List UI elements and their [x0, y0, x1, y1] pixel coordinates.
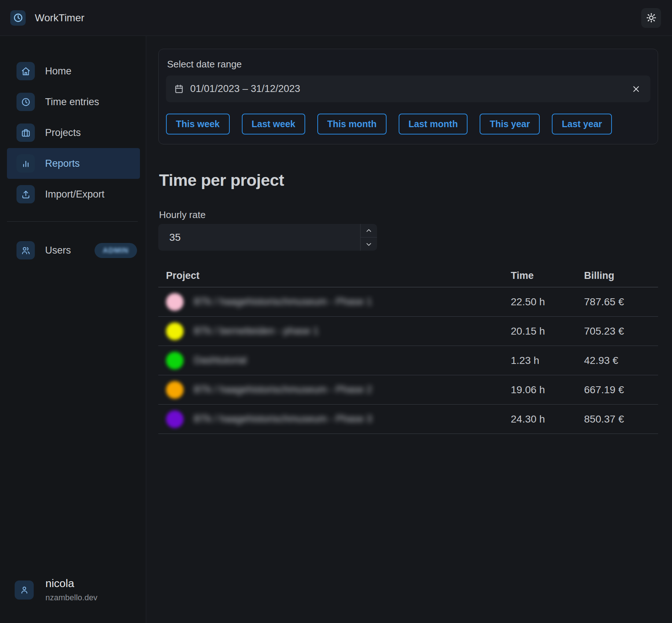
sidebar-item-reports[interactable]: Reports — [7, 148, 140, 179]
sidebar-divider — [7, 221, 138, 222]
app-title: WorkTimer — [35, 12, 84, 24]
sidebar-item-label: Projects — [45, 127, 81, 139]
this-year-button[interactable]: This year — [480, 114, 540, 134]
project-cell: BTk / haagehistorischmuseum - Phase 1 — [158, 293, 511, 311]
table-header-row: Project Time Billing — [158, 265, 658, 287]
bar-chart-icon — [21, 159, 31, 169]
stepper-decrement-button[interactable] — [361, 237, 377, 251]
this-month-button[interactable]: This month — [317, 114, 387, 134]
profile-text: nicola nzambello.dev — [45, 577, 97, 602]
project-cell: BTk / bernetteiden - phase 1 — [158, 322, 511, 340]
profile-username: nicola — [45, 577, 97, 590]
quick-range-buttons: This week Last week This month Last mont… — [166, 114, 650, 134]
home-icon — [21, 66, 31, 76]
user-profile[interactable]: nicola nzambello.dev — [15, 577, 97, 602]
billing-cell: 705.23 € — [584, 325, 658, 337]
date-range-label: Select date range — [167, 59, 650, 70]
time-cell: 19.06 h — [511, 384, 584, 396]
column-header-time: Time — [511, 270, 584, 281]
admin-badge: ADMIN — [95, 243, 137, 258]
profile-domain: nzambello.dev — [45, 593, 97, 602]
project-color-dot — [166, 293, 184, 311]
project-cell: BTk / haagehistorischmuseum - Phase 3 — [158, 410, 511, 428]
hourly-rate-input[interactable]: 35 — [158, 224, 377, 251]
project-cell: BTk / haagehistorischmuseum - Phase 2 — [158, 381, 511, 399]
project-cell: Dashtutorial — [158, 352, 511, 369]
main-content: Select date range 01/01/2023 – 31/12/202… — [146, 36, 672, 623]
theme-toggle-button[interactable] — [641, 8, 661, 28]
date-range-value: 01/01/2023 – 31/12/2023 — [190, 83, 631, 95]
hourly-rate-value: 35 — [158, 224, 360, 251]
time-cell: 1.23 h — [511, 355, 584, 366]
sun-icon — [646, 12, 657, 23]
users-icon-tile — [16, 241, 35, 259]
app-logo — [10, 10, 26, 26]
upload-icon-tile — [16, 185, 35, 203]
project-color-dot — [166, 352, 184, 369]
hourly-rate-label: Hourly rate — [159, 209, 658, 221]
home-icon-tile — [16, 62, 35, 80]
hourly-rate-stepper — [360, 224, 377, 251]
sidebar-nav: Home Time entries Projects Reports — [0, 56, 146, 210]
brand: WorkTimer — [10, 10, 84, 26]
clear-date-icon[interactable] — [631, 84, 641, 94]
sidebar: Home Time entries Projects Reports — [0, 36, 146, 623]
column-header-project: Project — [158, 270, 511, 281]
stepper-increment-button[interactable] — [361, 224, 377, 237]
time-cell: 20.15 h — [511, 325, 584, 337]
date-range-card: Select date range 01/01/2023 – 31/12/202… — [158, 49, 658, 144]
sidebar-item-label: Reports — [45, 158, 80, 169]
calendar-icon — [174, 84, 184, 94]
table-row: BTk / haagehistorischmuseum - Phase 1 22… — [158, 287, 658, 317]
sidebar-item-import-export[interactable]: Import/Export — [7, 179, 140, 210]
billing-cell: 667.19 € — [584, 384, 658, 396]
bar-chart-icon-tile — [16, 154, 35, 173]
table-row: BTk / haagehistorischmuseum - Phase 2 19… — [158, 375, 658, 405]
sidebar-item-users[interactable]: Users ADMIN — [7, 235, 140, 266]
sidebar-item-projects[interactable]: Projects — [7, 117, 140, 148]
time-cell: 22.50 h — [511, 296, 584, 308]
briefcase-icon-tile — [16, 124, 35, 142]
billing-cell: 787.65 € — [584, 296, 658, 308]
time-per-project-table: Project Time Billing BTk / haagehistoris… — [158, 265, 658, 434]
project-name-blurred: BTk / bernetteiden - phase 1 — [194, 325, 319, 337]
chevron-up-icon — [365, 227, 373, 235]
project-name-blurred: BTk / haagehistorischmuseum - Phase 3 — [194, 413, 372, 425]
project-name-blurred: BTk / haagehistorischmuseum - Phase 2 — [194, 384, 372, 395]
chevron-down-icon — [365, 240, 373, 248]
last-year-button[interactable]: Last year — [552, 114, 612, 134]
page-title: Time per project — [159, 171, 658, 190]
table-row: BTk / bernetteiden - phase 1 20.15 h 705… — [158, 317, 658, 346]
project-name-blurred: Dashtutorial — [194, 355, 247, 366]
clock-icon — [21, 97, 31, 107]
topbar: WorkTimer — [0, 0, 672, 36]
billing-cell: 850.37 € — [584, 413, 658, 425]
admin-badge-text: ADMIN — [103, 246, 129, 255]
sidebar-item-home[interactable]: Home — [7, 56, 140, 86]
project-color-dot — [166, 322, 184, 340]
this-week-button[interactable]: This week — [166, 114, 230, 134]
time-cell: 24.30 h — [511, 413, 584, 425]
last-month-button[interactable]: Last month — [399, 114, 468, 134]
sidebar-item-label: Import/Export — [45, 189, 104, 200]
users-icon — [21, 246, 31, 255]
sidebar-item-time-entries[interactable]: Time entries — [7, 86, 140, 117]
briefcase-icon — [21, 128, 31, 138]
billing-cell: 42.93 € — [584, 355, 658, 366]
table-row: Dashtutorial 1.23 h 42.93 € — [158, 346, 658, 375]
date-range-input[interactable]: 01/01/2023 – 31/12/2023 — [166, 75, 650, 102]
sidebar-item-label: Home — [45, 66, 71, 77]
upload-icon — [21, 189, 31, 199]
project-color-dot — [166, 410, 184, 428]
user-icon-tile — [15, 580, 34, 600]
last-week-button[interactable]: Last week — [242, 114, 306, 134]
project-name-blurred: BTk / haagehistorischmuseum - Phase 1 — [194, 296, 372, 307]
sidebar-item-label: Users — [45, 245, 71, 256]
table-row: BTk / haagehistorischmuseum - Phase 3 24… — [158, 405, 658, 434]
clock-icon — [13, 13, 23, 23]
column-header-billing: Billing — [584, 270, 658, 281]
user-icon — [19, 585, 29, 595]
project-color-dot — [166, 381, 184, 399]
clock-icon-tile — [16, 93, 35, 111]
sidebar-item-label: Time entries — [45, 96, 99, 108]
